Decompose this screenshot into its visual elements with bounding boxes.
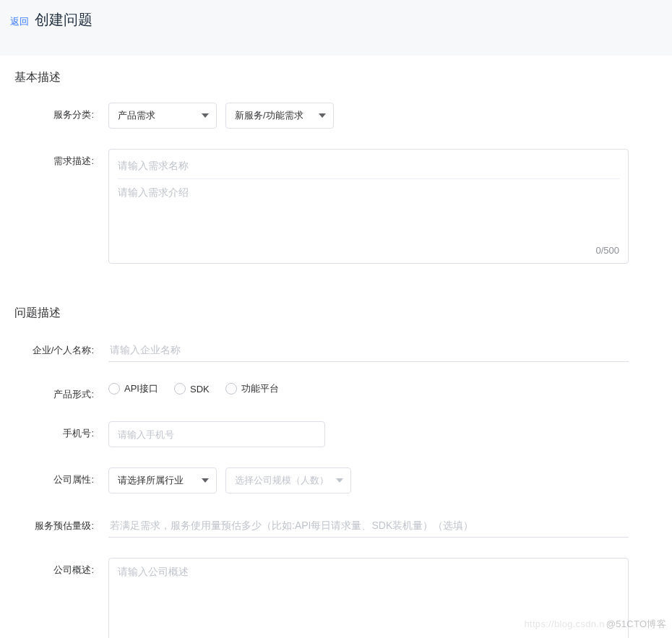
section-basic-title: 基本描述 — [14, 70, 658, 85]
org-name-input[interactable] — [108, 338, 629, 362]
select-service-subcategory[interactable]: 新服务/功能需求 — [225, 103, 334, 129]
radio-platform[interactable]: 功能平台 — [225, 382, 279, 395]
row-requirement-desc: 需求描述: 0/500 — [14, 149, 658, 264]
select-service-subcategory-value: 新服务/功能需求 — [235, 109, 303, 122]
radio-icon — [174, 383, 186, 395]
label-service-class: 服务分类: — [14, 103, 108, 121]
label-company-overview: 公司概述: — [14, 558, 108, 577]
select-industry[interactable]: 请选择所属行业 — [108, 467, 217, 493]
section-issue: 问题描述 企业/个人名称: 产品形式: API接口 SDK 功能平台 — [0, 291, 672, 638]
row-org-name: 企业/个人名称: — [14, 338, 658, 362]
radio-api[interactable]: API接口 — [108, 382, 158, 395]
select-company-size-placeholder: 选择公司规模（人数） — [235, 474, 329, 487]
product-form-radio-group: API接口 SDK 功能平台 — [108, 382, 279, 395]
requirement-textbox: 0/500 — [108, 149, 629, 264]
select-service-category-value: 产品需求 — [118, 109, 155, 122]
radio-sdk-label: SDK — [190, 384, 210, 395]
label-product-form: 产品形式: — [14, 382, 108, 401]
label-phone: 手机号: — [14, 421, 108, 440]
company-overview-textarea[interactable] — [108, 558, 629, 638]
select-service-category[interactable]: 产品需求 — [108, 103, 217, 129]
requirement-body-textarea[interactable] — [118, 179, 619, 237]
page-title: 创建问题 — [35, 10, 92, 30]
row-phone: 手机号: — [14, 421, 658, 447]
phone-input[interactable] — [108, 421, 325, 447]
row-company-overview: 公司概述: — [14, 558, 658, 638]
select-company-size[interactable]: 选择公司规模（人数） — [225, 467, 351, 493]
row-company-attr: 公司属性: 请选择所属行业 选择公司规模（人数） — [14, 467, 658, 493]
chevron-down-icon — [336, 478, 343, 483]
chevron-down-icon — [319, 113, 326, 118]
select-industry-value: 请选择所属行业 — [118, 474, 184, 487]
chevron-down-icon — [202, 113, 209, 118]
radio-icon — [225, 383, 237, 395]
section-issue-title: 问题描述 — [14, 306, 658, 321]
requirement-title-input[interactable] — [118, 157, 619, 179]
label-service-estimate: 服务预估量级: — [14, 514, 108, 533]
back-link[interactable]: 返回 — [10, 15, 29, 28]
radio-sdk[interactable]: SDK — [174, 383, 210, 395]
page-header: 返回 创建问题 — [0, 0, 672, 56]
char-counter: 0/500 — [118, 239, 619, 256]
section-basic: 基本描述 服务分类: 产品需求 新服务/功能需求 需求描述: 0/500 — [0, 56, 672, 291]
radio-icon — [108, 383, 120, 395]
label-company-attr: 公司属性: — [14, 467, 108, 486]
label-requirement-desc: 需求描述: — [14, 149, 108, 168]
radio-api-label: API接口 — [124, 382, 158, 395]
row-service-class: 服务分类: 产品需求 新服务/功能需求 — [14, 103, 658, 129]
row-product-form: 产品形式: API接口 SDK 功能平台 — [14, 382, 658, 401]
row-service-estimate: 服务预估量级: — [14, 514, 658, 538]
chevron-down-icon — [202, 478, 209, 483]
label-org-name: 企业/个人名称: — [14, 338, 108, 357]
radio-platform-label: 功能平台 — [241, 382, 279, 395]
service-estimate-input[interactable] — [108, 514, 629, 538]
